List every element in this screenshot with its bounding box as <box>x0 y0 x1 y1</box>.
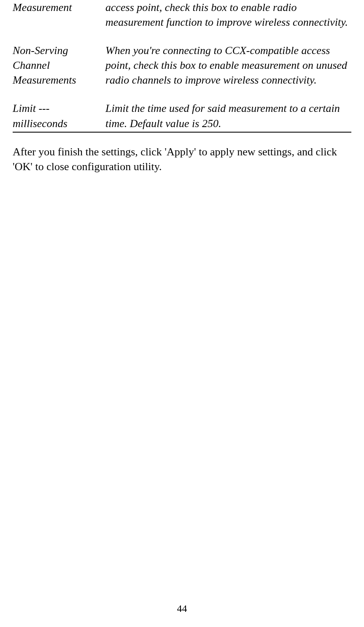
term-text: Channel <box>13 58 105 73</box>
description-text: Limit the time used for said measurement… <box>105 101 351 130</box>
term-cell: Non-Serving Channel Measurements <box>13 43 105 87</box>
definitions-table: Measurement access point, check this box… <box>13 0 351 133</box>
row-spacer <box>13 30 351 43</box>
term-text: milliseconds <box>13 116 105 131</box>
description-cell: Limit the time used for said measurement… <box>105 101 351 132</box>
term-text: Measurements <box>13 73 105 87</box>
description-text: When you're connecting to CCX-compatible… <box>105 43 351 87</box>
body-paragraph: After you finish the settings, click 'Ap… <box>13 144 351 174</box>
description-text: access point, check this box to enable r… <box>105 0 351 30</box>
term-text: Non-Serving <box>13 43 105 58</box>
term-text: Limit --- <box>13 101 105 116</box>
term-cell: Measurement <box>13 0 105 30</box>
table-row: Non-Serving Channel Measurements When yo… <box>13 43 351 87</box>
page-number: 44 <box>0 603 364 614</box>
table-row: Measurement access point, check this box… <box>13 0 351 30</box>
description-cell: access point, check this box to enable r… <box>105 0 351 30</box>
table-row: Limit --- milliseconds Limit the time us… <box>13 101 351 132</box>
row-spacer <box>13 87 351 101</box>
term-cell: Limit --- milliseconds <box>13 101 105 132</box>
term-text: Measurement <box>13 0 105 15</box>
description-cell: When you're connecting to CCX-compatible… <box>105 43 351 87</box>
